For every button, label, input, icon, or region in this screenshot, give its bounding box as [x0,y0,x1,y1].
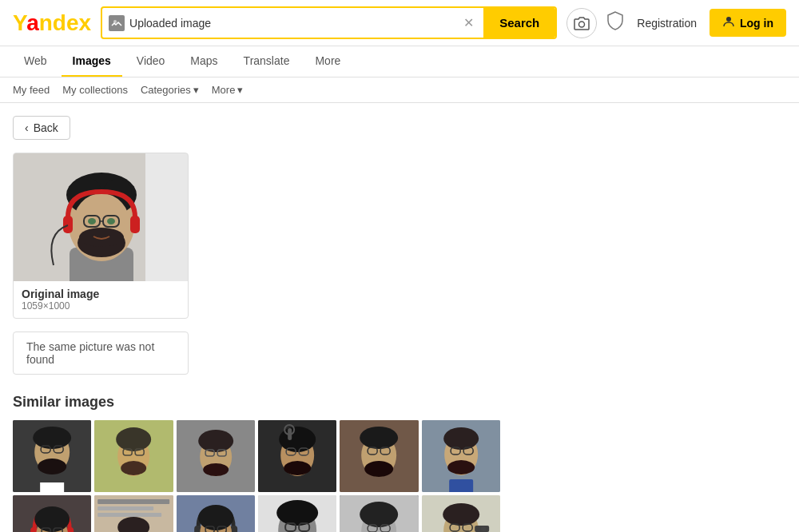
original-image-label: Original image [22,288,180,300]
similar-thumb-1[interactable] [13,420,91,492]
camera-icon [574,16,590,30]
tab-images[interactable]: Images [62,46,122,77]
svg-point-28 [38,459,66,474]
svg-point-105 [443,503,479,526]
svg-rect-29 [40,482,64,492]
header-right: Registration Log in [606,9,786,37]
tab-web[interactable]: Web [13,46,58,77]
shield-icon[interactable] [606,11,624,34]
subnav-categories-dropdown[interactable]: Categories ▾ [141,84,199,96]
login-button[interactable]: Log in [710,9,786,37]
categories-label: Categories [141,84,191,96]
tab-video[interactable]: Video [125,46,177,77]
svg-point-109 [481,526,486,531]
svg-point-16 [88,218,96,224]
similar-thumb-8[interactable] [94,495,173,532]
svg-rect-21 [130,216,140,233]
yandex-logo: Yandex [13,12,91,34]
sub-nav: My feed My collections Categories ▾ More… [0,77,799,103]
user-icon [722,15,735,30]
not-found-message: The same picture was not found [26,340,154,366]
image-dimensions: 1059×1000 [22,300,180,312]
header: Yandex Uploaded image ✕ Search [0,0,799,46]
svg-point-92 [276,500,318,526]
svg-rect-36 [94,420,173,492]
similar-images-section: Similar images [13,394,786,532]
back-button[interactable]: ‹ Back [13,116,70,140]
back-chevron-icon: ‹ [25,121,29,134]
tab-translate[interactable]: Translate [233,46,301,77]
svg-point-63 [447,460,475,474]
not-found-box: The same picture was not found [13,332,189,375]
search-input-value: Uploaded image [129,17,455,30]
svg-point-3 [726,17,731,22]
more-chevron: ▾ [237,84,243,96]
similar-thumb-7[interactable] [13,495,91,532]
svg-point-49 [284,461,311,475]
similar-thumb-3[interactable] [177,420,255,492]
svg-point-40 [198,430,233,452]
uploaded-image-icon [109,15,125,31]
svg-point-54 [360,427,398,449]
similar-thumb-12[interactable] [422,495,500,532]
tab-maps[interactable]: Maps [179,46,229,77]
more-label: More [212,84,236,96]
image-card-body: Original image 1059×1000 [14,281,188,318]
similar-thumb-4[interactable] [258,420,336,492]
categories-chevron: ▾ [193,84,199,96]
svg-rect-20 [63,216,73,233]
main-content: ‹ Back [0,103,799,532]
similar-images-grid [13,420,500,532]
svg-point-43 [203,463,229,476]
similar-thumb-2[interactable] [94,420,173,492]
back-label: Back [34,121,58,134]
similar-thumb-9[interactable] [177,495,255,532]
similar-images-title: Similar images [13,394,786,411]
nav-tabs: Web Images Video Maps Translate More [0,46,799,77]
svg-point-86 [198,505,233,530]
svg-point-19 [79,228,124,247]
svg-point-17 [107,218,115,224]
svg-point-57 [364,461,393,477]
svg-rect-64 [449,479,473,492]
svg-point-25 [33,427,71,449]
svg-point-2 [579,22,585,27]
subnav-myfeed[interactable]: My feed [13,84,50,96]
camera-search-button[interactable] [566,8,597,38]
svg-point-99 [360,502,398,527]
clear-search-button[interactable]: ✕ [460,14,477,32]
svg-rect-76 [97,513,161,517]
svg-rect-22 [145,153,189,281]
similar-thumb-10[interactable] [258,495,336,532]
svg-point-69 [34,506,70,532]
svg-rect-74 [97,499,169,504]
registration-link[interactable]: Registration [637,17,697,30]
subnav-mycollections[interactable]: My collections [62,84,128,96]
subnav-more-dropdown[interactable]: More ▾ [212,84,244,96]
login-label: Log in [740,17,773,30]
search-bar-inner: Uploaded image ✕ [102,14,483,32]
original-image-thumbnail [14,153,189,281]
similar-row-2 [13,495,500,532]
similar-row-1 [13,420,500,492]
search-button[interactable]: Search [483,8,555,38]
original-image-card: Original image 1059×1000 [13,153,189,319]
similar-thumb-6[interactable] [422,420,500,492]
similar-thumb-11[interactable] [340,495,418,532]
similar-thumb-5[interactable] [340,420,418,492]
tab-more[interactable]: More [304,46,352,77]
svg-point-60 [443,427,479,450]
svg-rect-75 [97,506,153,510]
search-bar: Uploaded image ✕ Search [101,6,557,39]
